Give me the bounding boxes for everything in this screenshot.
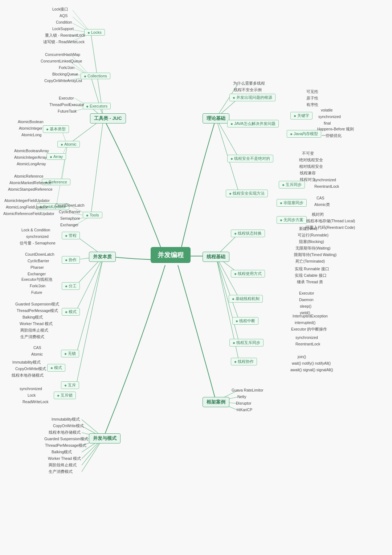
- leaf-cp-guarded: Guarded Suspension模式: [43, 436, 90, 442]
- leaf-atomiclongfieldupdator: AtomicLongFieldUpdator: [4, 204, 49, 210]
- leaf-lock2: Lock: [26, 393, 37, 398]
- leaf-lock-condition: Lock & Condition: [20, 227, 52, 232]
- leaf-new: 新建(New): [298, 226, 319, 232]
- leaf-two-phase1: 两阶段终止模式: [19, 328, 50, 333]
- group-java-solve: JAVA怎么解决并发问题: [227, 120, 279, 127]
- leaf-cp-immutability: Immutability模式: [50, 417, 81, 422]
- group-interrupt: 线程中断: [232, 317, 258, 325]
- leaf-cp-threadpermsg: ThreadPerMessage模式: [44, 443, 88, 449]
- svg-line-4: [91, 118, 103, 216]
- leaf-visibility: 可见性: [305, 89, 320, 95]
- leaf-lock-interface: Lock接口: [51, 7, 70, 12]
- leaf-reentrantlock: 重入锁 - ReentrantLock: [44, 33, 87, 39]
- leaf-atomiclong: AtomicLong: [20, 132, 43, 137]
- group-executors: Executors: [83, 103, 111, 109]
- leaf-atomicreference: AtomicReference: [13, 174, 45, 179]
- leaf-threadlocal: 线程本地存储(Thread Local): [305, 218, 356, 224]
- leaf-executor2: Executor: [298, 291, 315, 296]
- leaf-callable-if: 实现 Callable 接口: [293, 273, 328, 279]
- svg-line-45: [76, 256, 103, 311]
- leaf-executor-pool: Executor与线程池: [20, 277, 54, 283]
- leaf-absolute-safe: 绝对线程安全: [298, 157, 324, 163]
- group-locks: Locks: [84, 29, 105, 36]
- leaf-cp-twophase: 两阶段终止模式: [47, 462, 78, 468]
- leaf-copyonwrite1: CopyOnWriteArrayList: [43, 78, 83, 83]
- leaf-reentrantlock2: ReentrantLock: [313, 184, 340, 189]
- leaf-cp-worker: Worker Thead 模式: [46, 456, 82, 462]
- leaf-runnable: 可运行(Runnable): [296, 232, 330, 238]
- leaf-blockingqueue: BlockingQueue: [51, 72, 79, 77]
- branch-concurrent-pattern: 并发与模式: [89, 433, 121, 443]
- leaf-stack-close: 栈封闭: [310, 212, 325, 218]
- leaf-sync4: synchronized: [25, 234, 50, 239]
- leaf-interruptedexception: InterruptedException: [291, 313, 329, 319]
- leaf-executor1: Executor: [57, 96, 75, 101]
- leaf-worker-thread1: Worker Thead 模式: [18, 321, 54, 327]
- leaf-semaphone: 信号量 - Semaphone: [18, 240, 57, 246]
- leaf-interrupted: interrupted(): [293, 320, 317, 325]
- leaf-atomic-class: Atomic类: [313, 202, 331, 208]
- leaf-future1: Future: [30, 290, 44, 295]
- group-mutex-lock: 互斥锁: [54, 392, 76, 399]
- leaf-balking1: Balking模式: [21, 315, 44, 320]
- leaf-copyonwrite2: CopyOnWrite模式: [14, 366, 48, 372]
- leaf-immutability2: Immutability模式: [11, 360, 42, 365]
- leaf-readwritelock: 读写锁 - ReadWriteLock: [42, 39, 86, 45]
- leaf-atomiclongarray: AtomicLongArray: [15, 161, 48, 166]
- leaf-cas2: CAS: [32, 345, 43, 350]
- group-cooperate: 协作: [62, 256, 80, 264]
- leaf-ordering: 有序性: [305, 102, 320, 108]
- leaf-threadpoolexecutor: ThreadPoolExecutor: [48, 102, 86, 107]
- leaf-await-signal: await() signal() signalAll(): [289, 367, 335, 372]
- leaf-runnable-if: 实现 Runnable 接口: [293, 266, 331, 272]
- leaf-concurrenthashmap: ConcurrentHashMap: [44, 52, 82, 57]
- leaf-waiting: 无限期等待(Waiting): [294, 246, 332, 251]
- group-thread-use: 线程使用方式: [231, 270, 265, 278]
- svg-line-1: [91, 76, 103, 118]
- leaf-extend-thread: 继承 Thread 类: [295, 279, 324, 285]
- leaf-atomic2: Atomic: [30, 352, 44, 357]
- leaf-thread-per-message1: ThreadPerMessage模式: [15, 308, 60, 314]
- group-safe-method: 线程安全实现方法: [226, 190, 268, 197]
- leaf-locksupport: LockSupport: [51, 26, 75, 31]
- leaf-sync2: synchronized: [312, 177, 338, 182]
- leaf-daemon: Daemon: [298, 297, 315, 302]
- leaf-semaphore1: Semaphore: [59, 216, 81, 221]
- group-pattern2: 模式: [47, 364, 65, 372]
- leaf-reentrantlock3: ReentrantLock: [294, 341, 322, 347]
- leaf-atomicbooleanarray: AtomicBooleanArray: [13, 148, 50, 153]
- subgroup-keywords: 关键字: [290, 112, 313, 119]
- leaf-thread-compatible: 线程兼容: [298, 170, 317, 176]
- leaf-atomicinteger: AtomicInteger: [17, 126, 44, 131]
- leaf-final: final: [322, 121, 332, 126]
- group-problem-root: 并发出现问题的根源: [229, 94, 275, 101]
- subgroup-array: Array: [46, 153, 66, 160]
- leaf-futuretask: FutureTask: [56, 109, 78, 114]
- group-tools: Tools: [83, 212, 102, 218]
- leaf-thread-unsafe-example: 线程不安全示例: [232, 87, 263, 93]
- leaf-pharser: Pharser: [29, 265, 45, 270]
- leaf-timed-waiting: 限期等待(Timed Waiting): [293, 252, 338, 258]
- group-monitor: 管程: [62, 232, 80, 239]
- leaf-why-multithread: 为什么需要多线程: [232, 81, 266, 86]
- leaf-exchanger1: Exchanger: [59, 222, 80, 227]
- leaf-cyclicbarrier1: CyclicBarrier: [57, 209, 82, 214]
- leaf-countdownlatch1: CountDownLatch: [54, 203, 86, 208]
- group-collections: Collections: [81, 73, 110, 79]
- leaf-atomicintegerarray: AtomicIntegerArray: [13, 155, 48, 160]
- leaf-sync3: synchronized: [294, 335, 319, 340]
- subgroup-mutex-sync: 互斥同步: [279, 181, 305, 189]
- leaf-hikaricp: HiKariCP: [235, 407, 254, 412]
- group-atomic: Atomic: [57, 141, 80, 147]
- leaf-synchronized1: synchronized: [317, 114, 342, 119]
- leaf-volatile: volatile: [319, 108, 334, 113]
- svg-line-47: [76, 256, 103, 385]
- subgroup-basic-type: 基本类型: [43, 125, 69, 133]
- group-state-change: 线程状态转换: [231, 230, 265, 237]
- leaf-guarded-suspension1: Guarded Suspension模式: [14, 301, 61, 307]
- leaf-rwlock2: ReadWriteLock: [21, 399, 50, 404]
- leaf-forkjoin2: Fork/Join: [28, 283, 47, 288]
- leaf-lock-opt: 一些锁优化: [320, 133, 343, 139]
- leaf-disruptor: Disruptor: [234, 401, 253, 406]
- svg-line-21: [62, 145, 67, 182]
